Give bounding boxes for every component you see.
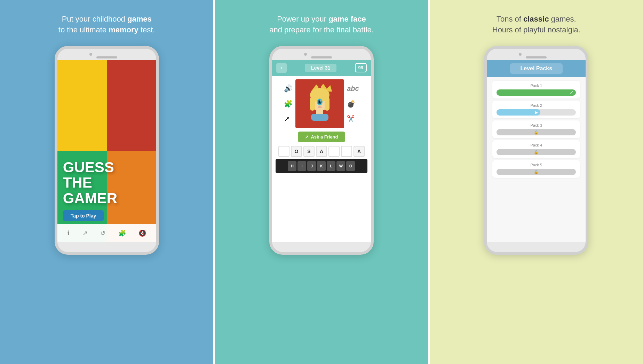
panel2-tagline: Power up your game faceand prepare for t…: [269, 14, 374, 35]
back-button[interactable]: ‹: [276, 63, 287, 73]
screen1-bottom-bar: ℹ ↗ ↺ 🧩 🔇: [57, 224, 156, 242]
svg-point-10: [318, 106, 322, 108]
pack-4-bar: 🔒: [497, 149, 576, 155]
letter-tile-7: A: [354, 146, 365, 157]
key-l[interactable]: L: [327, 161, 335, 171]
phone3-camera: [519, 53, 522, 56]
mute-icon[interactable]: 🔇: [138, 229, 146, 237]
pack-1-item[interactable]: Pack 1 ✓: [492, 81, 580, 98]
phone1-bottom: [57, 242, 156, 252]
key-k[interactable]: K: [317, 161, 326, 171]
pack-4-item: Pack 4 🔒: [492, 140, 580, 158]
phone-3: Level Packs Pack 1 ✓ Pack 2: [484, 46, 588, 255]
screen3-header: Level Packs: [487, 60, 586, 77]
screen1-grid: GUESS THE GAMER Tap to Play ℹ ↗ ↺ 🧩 🔇: [57, 60, 156, 242]
screen2-game: 🔊 🧩 ⤢: [272, 76, 371, 242]
phone2-camera: [304, 53, 307, 56]
phone-1: GUESS THE GAMER Tap to Play ℹ ↗ ↺ 🧩 🔇: [55, 46, 159, 255]
panel-3: Tons of classic games.Hours of playful n…: [430, 0, 643, 364]
pack-5-lock-icon: 🔒: [534, 169, 539, 174]
svg-rect-5: [325, 97, 330, 111]
panel1-tagline: Put your childhood gamesto the ultimate …: [58, 14, 155, 35]
keyboard-row: H I J K L W O: [276, 159, 367, 173]
pack-5-bar: 🔒: [497, 169, 576, 175]
pack-3-lock-icon: 🔒: [534, 130, 539, 134]
puzzle-icon[interactable]: 🧩: [118, 229, 126, 237]
svg-point-9: [320, 100, 321, 101]
pack-1-name: Pack 1: [497, 84, 576, 88]
pack-5-item: Pack 5 🔒: [492, 160, 580, 178]
letter-tile-1: [278, 146, 289, 157]
svg-rect-12: [311, 114, 328, 121]
game-icons-right: abc 💣 ✂️: [347, 85, 359, 122]
letter-tiles: O S A A: [278, 146, 365, 157]
phone2-top: [272, 49, 371, 60]
expand-icon[interactable]: ⤢: [284, 115, 293, 123]
game-icons-left: 🔊 🧩 ⤢: [284, 84, 293, 123]
pack-5-name: Pack 5: [497, 163, 576, 167]
phone1-speaker: [96, 56, 117, 58]
tile-red: [107, 60, 156, 151]
pack-2-fill: [497, 109, 540, 116]
game-image-area: 🔊 🧩 ⤢: [276, 79, 367, 128]
phone3-screen: Level Packs Pack 1 ✓ Pack 2: [487, 60, 586, 242]
phone2-speaker: [311, 56, 332, 58]
pack-3-name: Pack 3: [497, 123, 576, 127]
phone2-screen: ‹ Level 31 99 🔊 🧩 ⤢: [272, 60, 371, 242]
letter-tile-3: S: [303, 146, 315, 157]
packs-list: Pack 1 ✓ Pack 2 ▶: [487, 77, 586, 242]
phone3-bottom: [487, 242, 586, 252]
panel3-tagline: Tons of classic games.Hours of playful n…: [492, 14, 580, 35]
pack-1-bar: ✓: [497, 89, 576, 96]
key-w[interactable]: W: [336, 161, 345, 171]
sound-icon[interactable]: 🔊: [284, 84, 293, 93]
screen2: ‹ Level 31 99 🔊 🧩 ⤢: [272, 60, 371, 242]
screen2-header: ‹ Level 31 99: [272, 60, 371, 76]
abc-hint[interactable]: abc: [347, 85, 359, 93]
puzzle-piece-icon[interactable]: 🧩: [284, 100, 293, 108]
svg-rect-4: [310, 97, 315, 111]
pack-1-check-icon: ✓: [570, 90, 574, 95]
svg-point-8: [319, 101, 320, 103]
key-i[interactable]: I: [297, 161, 306, 171]
key-o[interactable]: O: [346, 161, 355, 171]
bomb-icon[interactable]: 💣: [347, 100, 359, 108]
share-icon[interactable]: ↗: [82, 229, 88, 237]
pack-2-bar: ▶: [497, 109, 576, 116]
level-label: Level 31: [305, 64, 336, 72]
ask-friend-button[interactable]: ↗ Ask a Friend: [298, 132, 345, 142]
game-character-image: [295, 79, 344, 128]
tile-yellow: [57, 60, 107, 151]
letter-tile-2: O: [291, 146, 302, 157]
screen3: Level Packs Pack 1 ✓ Pack 2: [487, 60, 586, 242]
share-friend-icon: ↗: [305, 134, 309, 140]
phone3-top: [487, 49, 586, 60]
letter-tile-4: A: [316, 146, 327, 157]
pack-3-item: Pack 3 🔒: [492, 120, 580, 138]
phone1-top: [57, 49, 156, 60]
level-packs-title: Level Packs: [510, 63, 563, 74]
info-icon[interactable]: ℹ: [67, 229, 70, 237]
panel-1: Put your childhood gamesto the ultimate …: [0, 0, 213, 364]
pack-1-fill: [497, 89, 576, 96]
letter-tile-6: [341, 146, 352, 157]
pack-2-play-icon: ▶: [535, 110, 538, 115]
pack-2-name: Pack 2: [497, 103, 576, 108]
key-h[interactable]: H: [288, 161, 296, 171]
phone-2: ‹ Level 31 99 🔊 🧩 ⤢: [269, 46, 374, 255]
game-title: GUESS THE GAMER: [63, 160, 117, 206]
phone1-screen: GUESS THE GAMER Tap to Play ℹ ↗ ↺ 🧩 🔇: [57, 60, 156, 242]
phone2-bottom: [272, 242, 371, 252]
phone3-speaker: [526, 56, 547, 58]
refresh-icon[interactable]: ↺: [100, 229, 105, 237]
scissors-icon[interactable]: ✂️: [347, 115, 359, 122]
pack-3-bar: 🔒: [497, 129, 576, 135]
key-j[interactable]: J: [307, 161, 316, 171]
panel-2: Power up your game faceand prepare for t…: [213, 0, 429, 364]
pack-4-name: Pack 4: [497, 143, 576, 147]
tap-to-play-button[interactable]: Tap to Play: [63, 210, 104, 221]
phone1-camera: [89, 53, 92, 56]
pack-2-item[interactable]: Pack 2 ▶: [492, 101, 580, 118]
score-badge: 99: [355, 63, 367, 72]
pack-4-lock-icon: 🔒: [534, 150, 539, 154]
